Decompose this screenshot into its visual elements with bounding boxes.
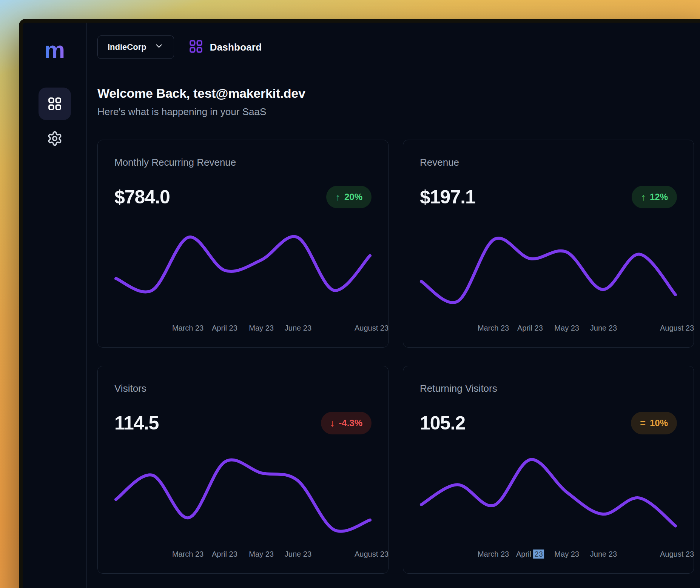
trend-badge: ↑ 20% [326, 186, 372, 208]
axis-tick-label: April 23 [516, 550, 544, 559]
axis-tick-label: March 23 [172, 324, 204, 332]
axis-tick-label: March 23 [478, 324, 509, 332]
breadcrumb: Dashboard [188, 39, 262, 55]
axis-tick-label: May 23 [249, 550, 274, 559]
x-axis: March 23April 23May 23June 23August 23 [420, 324, 677, 334]
axis-tick-label: August 23 [355, 324, 389, 332]
axis-tick-label: April 23 [517, 324, 543, 332]
trend-badge: ↑ 12% [632, 186, 677, 208]
welcome-heading: Welcome Back, test@makerkit.dev [97, 86, 694, 101]
chart-line-series [421, 238, 675, 303]
metric-value: $784.0 [114, 185, 170, 209]
card-visitors: Visitors 114.5 ↓ -4.3% March 23April 23M… [97, 366, 389, 574]
line-chart [114, 229, 372, 310]
axis-tick-label: April 23 [212, 324, 237, 332]
card-title: Returning Visitors [420, 383, 677, 394]
trend-badge-label: 12% [650, 192, 668, 202]
chevron-down-icon [154, 41, 164, 53]
trend-badge: ↓ -4.3% [321, 412, 372, 434]
value-row: 105.2 = 10% [420, 411, 677, 435]
chart-line-series [116, 460, 370, 531]
value-row: $197.1 ↑ 12% [420, 185, 677, 209]
axis-tick-label: June 23 [285, 324, 311, 332]
chart-line-series [421, 460, 675, 526]
value-row: $784.0 ↑ 20% [114, 185, 372, 209]
trend-up-icon: ↑ [335, 192, 340, 202]
value-row: 114.5 ↓ -4.3% [114, 411, 372, 435]
line-chart [420, 229, 677, 310]
chart-line-series [116, 237, 370, 292]
metric-value: 105.2 [420, 411, 465, 435]
metrics-grid: Monthly Recurring Revenue $784.0 ↑ 20% M… [97, 140, 694, 574]
card-returning-visitors: Returning Visitors 105.2 = 10% March 23A… [403, 366, 694, 574]
card-title: Monthly Recurring Revenue [114, 157, 372, 168]
card-title: Visitors [114, 383, 372, 394]
x-axis: March 23April 23May 23June 23August 23 [420, 550, 677, 560]
desktop: { "topbar": { "team_label": "IndieCorp",… [0, 0, 700, 588]
axis-tick-label: March 23 [478, 550, 509, 559]
trend-badge-label: -4.3% [339, 418, 362, 428]
sidebar-item-dashboard[interactable] [39, 88, 71, 120]
axis-tick-label: May 23 [554, 550, 579, 559]
layout-grid-icon-purple [188, 39, 204, 55]
content: Welcome Back, test@makerkit.dev Here's w… [87, 72, 700, 574]
page-title: Dashboard [210, 42, 262, 53]
axis-tick-label: August 23 [660, 324, 694, 332]
line-chart [114, 455, 372, 536]
axis-tick-label: March 23 [172, 550, 204, 559]
trend-badge-label: 10% [650, 418, 668, 428]
trend-up-icon: ↑ [641, 192, 646, 202]
text-selection-highlight: 23 [533, 550, 544, 559]
axis-tick-label: May 23 [249, 324, 274, 332]
line-chart [420, 455, 677, 536]
makerkit-logo: m [44, 32, 65, 67]
topbar: IndieCorp Dashboard [87, 23, 700, 72]
axis-tick-label: May 23 [554, 324, 579, 332]
team-selector-button[interactable]: IndieCorp [97, 35, 174, 59]
axis-tick-label: August 23 [355, 550, 389, 559]
card-title: Revenue [420, 157, 677, 168]
welcome-subtitle: Here's what is happening in your SaaS [97, 106, 694, 118]
axis-tick-label: June 23 [590, 324, 617, 332]
layout-grid-icon [47, 96, 62, 111]
main-area: IndieCorp Dashboard Welcome Back, test@m… [87, 23, 700, 588]
trend-badge-label: 20% [344, 192, 362, 202]
x-axis: March 23April 23May 23June 23August 23 [114, 324, 372, 334]
axis-tick-label: April 23 [212, 550, 237, 559]
sidebar: m [23, 23, 87, 588]
metric-value: 114.5 [114, 411, 159, 435]
trend-flat-icon: = [640, 419, 646, 428]
trend-down-icon: ↓ [330, 419, 335, 428]
app-window: m IndieCorp [19, 19, 700, 588]
gear-icon [47, 131, 63, 146]
card-revenue: Revenue $197.1 ↑ 12% March 23April 23May… [403, 140, 694, 348]
axis-tick-label: June 23 [285, 550, 311, 559]
x-axis: March 23April 23May 23June 23August 23 [114, 550, 372, 560]
trend-badge: = 10% [631, 412, 677, 434]
card-monthly-recurring-revenue: Monthly Recurring Revenue $784.0 ↑ 20% M… [97, 140, 389, 348]
axis-tick-label: June 23 [590, 550, 617, 559]
axis-tick-label: August 23 [660, 550, 694, 559]
metric-value: $197.1 [420, 185, 475, 209]
team-selector-label: IndieCorp [108, 42, 146, 52]
sidebar-item-settings[interactable] [39, 122, 71, 155]
